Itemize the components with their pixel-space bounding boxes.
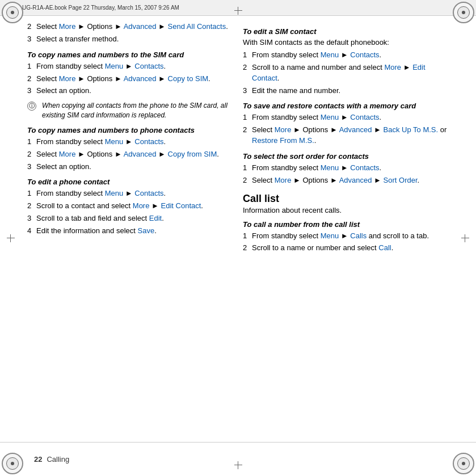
step-text: Scroll to a contact and select More ► Ed… [36, 201, 231, 212]
step-text: From standby select Menu ► Contacts. [36, 188, 231, 199]
step-text: Scroll to a name or number and select Ca… [252, 243, 449, 254]
call-list-title: Call list [243, 193, 449, 205]
step-num: 2 [243, 175, 252, 186]
step-num: 2 [27, 74, 36, 85]
step-text: Select More ► Options ► Advanced ► Send … [36, 22, 231, 32]
note-circle-icon: ⓘ [27, 102, 36, 111]
heading-edit-sim: To edit a SIM contact [243, 27, 449, 36]
sim-step-1: 1 From standby select Menu ► Contacts. [27, 61, 231, 72]
sim-subtext: With SIM contacts as the default phonebo… [243, 38, 449, 47]
heading-sim-card: To copy names and numbers to the SIM car… [27, 50, 231, 59]
sort-step-2: 2 Select More ► Options ► Advanced ► Sor… [243, 175, 449, 186]
note-text: When copying all contacts from the phone… [42, 101, 231, 120]
step-num: 2 [243, 243, 252, 254]
edit-phone-step-2: 2 Scroll to a contact and select More ► … [27, 201, 231, 212]
step-num: 3 [27, 86, 36, 96]
edit-phone-step-4: 4 Edit the information and select Save. [27, 226, 231, 237]
step-num: 3 [243, 86, 252, 96]
step-num: 3 [27, 34, 36, 45]
right-column: To edit a SIM contact With SIM contacts … [243, 16, 449, 442]
note-icon: ⓘ [27, 101, 40, 120]
page: Laura-UG-R1A-AE.book Page 22 Thursday, M… [0, 0, 476, 476]
edit-phone-step-1: 1 From standby select Menu ► Contacts. [27, 188, 231, 199]
step-num: 1 [243, 163, 252, 174]
corner-decoration-tr [453, 2, 474, 23]
edit-sim-step-3: 3 Edit the name and number. [243, 86, 449, 96]
phone-step-2: 2 Select More ► Options ► Advanced ► Cop… [27, 149, 231, 160]
call-step-2: 2 Scroll to a name or number and select … [243, 243, 449, 254]
step-text: Scroll to a tab and field and select Edi… [36, 213, 231, 224]
save-step-1: 1 From standby select Menu ► Contacts. [243, 112, 449, 123]
footer-page-number: 22 [34, 455, 42, 464]
step-text: Select a transfer method. [36, 34, 231, 45]
step-num: 1 [27, 188, 36, 199]
step-num: 4 [27, 226, 36, 237]
step-text: Select More ► Options ► Advanced ► Copy … [36, 149, 231, 160]
footer: 22 Calling [0, 442, 476, 476]
note-box: ⓘ When copying all contacts from the pho… [27, 101, 231, 120]
step-num: 1 [243, 112, 252, 123]
edit-sim-step-2: 2 Scroll to a name and number and select… [243, 62, 449, 84]
step-text: Edit the name and number. [252, 86, 449, 96]
call-step-1: 1 From standby select Menu ► Calls and s… [243, 231, 449, 242]
step-num: 3 [27, 213, 36, 224]
step-text: Select More ► Options ► Advanced ► Sort … [252, 175, 449, 186]
step-num: 3 [27, 162, 36, 172]
phone-step-3: 3 Select an option. [27, 162, 231, 172]
step-3: 3 Select a transfer method. [27, 34, 231, 45]
step-num: 2 [243, 125, 252, 146]
save-step-2: 2 Select More ► Options ► Advanced ► Bac… [243, 125, 449, 146]
step-text: Select an option. [36, 162, 231, 172]
step-text: From standby select Menu ► Contacts. [36, 137, 231, 148]
step-text: From standby select Menu ► Contacts. [252, 163, 449, 174]
step-text: From standby select Menu ► Calls and scr… [252, 231, 449, 242]
step-num: 1 [27, 137, 36, 148]
cross-left [7, 234, 15, 242]
phone-step-1: 1 From standby select Menu ► Contacts. [27, 137, 231, 148]
step-num: 1 [27, 61, 36, 72]
step-text: Edit the information and select Save. [36, 226, 231, 237]
sort-step-1: 1 From standby select Menu ► Contacts. [243, 163, 449, 174]
left-column: 2 Select More ► Options ► Advanced ► Sen… [27, 16, 231, 442]
step-text: From standby select Menu ► Contacts. [36, 61, 231, 72]
heading-edit-phone: To edit a phone contact [27, 178, 231, 186]
header-text: Laura-UG-R1A-AE.book Page 22 Thursday, M… [6, 5, 179, 11]
heading-phone-contacts: To copy names and numbers to phone conta… [27, 126, 231, 134]
step-num: 2 [27, 201, 36, 212]
step-text: Select More ► Options ► Advanced ► Back … [252, 125, 449, 146]
content-area: 2 Select More ► Options ► Advanced ► Sen… [27, 16, 449, 442]
step-text: Select More ► Options ► Advanced ► Copy … [36, 74, 231, 85]
step-num: 1 [243, 50, 252, 61]
cross-top [234, 7, 242, 15]
step-num: 1 [243, 231, 252, 242]
step-num: 2 [27, 22, 36, 32]
step-num: 2 [27, 149, 36, 160]
step-2: 2 Select More ► Options ► Advanced ► Sen… [27, 22, 231, 32]
sim-step-3: 3 Select an option. [27, 86, 231, 96]
call-list-desc: Information about recent calls. [243, 206, 449, 214]
edit-sim-step-1: 1 From standby select Menu ► Contacts. [243, 50, 449, 61]
step-text: Select an option. [36, 86, 231, 96]
sim-step-2: 2 Select More ► Options ► Advanced ► Cop… [27, 74, 231, 85]
step-num: 2 [243, 62, 252, 84]
corner-decoration-tl [2, 2, 23, 23]
step-text: From standby select Menu ► Contacts. [252, 50, 449, 61]
footer-section: Calling [47, 455, 69, 464]
heading-sort-order: To select the sort order for contacts [243, 152, 449, 161]
heading-save-restore: To save and restore contacts with a memo… [243, 102, 449, 110]
step-text: Scroll to a name and number and select M… [252, 62, 449, 84]
cross-right [461, 234, 469, 242]
edit-phone-step-3: 3 Scroll to a tab and field and select E… [27, 213, 231, 224]
heading-call-list: To call a number from the call list [243, 220, 449, 229]
step-text: From standby select Menu ► Contacts. [252, 112, 449, 123]
